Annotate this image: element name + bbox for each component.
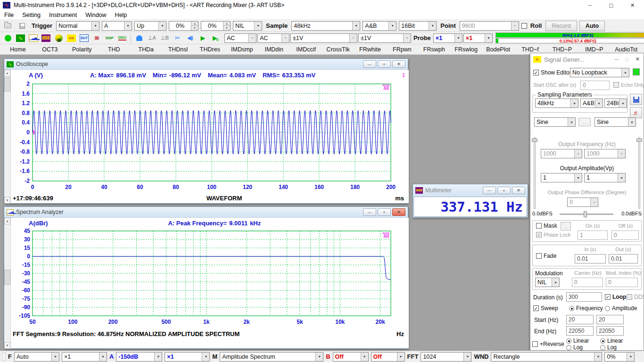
shortcut-item[interactable]: FRwhite [354, 46, 386, 53]
menu-item[interactable]: Instrument [45, 12, 81, 18]
save-signal-button[interactable] [630, 94, 642, 105]
maximize-icon[interactable] [601, 0, 622, 10]
scroll-up-icon[interactable] [4, 218, 10, 224]
trigger-level-spinner[interactable]: 0% [169, 21, 198, 31]
fft-size-select[interactable]: 1024 [421, 352, 471, 362]
menu-item[interactable]: Setting [18, 12, 45, 18]
shortcut-item[interactable]: THDa [130, 46, 162, 53]
auto-button[interactable]: Auto [579, 21, 605, 31]
balance-thumb[interactable] [584, 211, 587, 217]
roll-checkbox[interactable]: Roll [521, 22, 544, 29]
spectrum-analyzer-titlebar[interactable]: ▁▃▅▂ Spectrum Analyzer [4, 207, 408, 217]
loop-checkbox[interactable]: Loop [605, 294, 626, 300]
minimize-icon[interactable] [579, 0, 601, 10]
save-file-button[interactable] [16, 21, 28, 31]
menu-item[interactable]: Window [81, 12, 110, 18]
run-once-button[interactable]: ▶ [197, 33, 209, 43]
linear-a-radio[interactable]: Linear [566, 337, 589, 344]
sg-sampling-rate-select[interactable]: 48kHz [535, 99, 578, 108]
shortcut-item[interactable]: IMDdin [258, 46, 290, 53]
run-stop-button[interactable] [2, 33, 14, 43]
sg-sampling-channels-select[interactable]: A&B [580, 99, 603, 108]
shortcut-item[interactable]: THD~f [514, 46, 546, 53]
shortcut-item[interactable]: THDres [194, 46, 226, 53]
ddp-viewer-button[interactable]: DDP [104, 33, 116, 43]
scroll-thumb[interactable] [4, 270, 10, 285]
menu-item[interactable]: File [0, 12, 18, 18]
scroll-down-icon[interactable] [4, 197, 10, 204]
derived-data-point-button[interactable]: ≋ [91, 33, 103, 43]
show-editor-checkbox[interactable]: Show Editor [533, 69, 571, 76]
shortcut-item[interactable]: FRswlog [450, 46, 482, 53]
calibration-button[interactable]: ✂ [172, 33, 183, 43]
amplitude-b-select[interactable]: 1 [584, 173, 626, 182]
close-icon[interactable] [392, 60, 405, 68]
modulation-select[interactable]: NIL [535, 278, 560, 287]
amplitude-a-select[interactable]: 1 [541, 173, 582, 182]
b-display2-select[interactable]: Off [371, 352, 405, 362]
signal-generator-titlebar[interactable]: ≈ Signal Gener... [530, 53, 644, 66]
restore-icon[interactable] [378, 208, 391, 216]
spectrum-3d-plot-button[interactable] [53, 33, 65, 43]
trigger-mode-select[interactable]: Normal [56, 21, 99, 31]
freq-mult-select[interactable]: ×1 [62, 352, 107, 362]
close-icon[interactable] [512, 187, 525, 194]
log-a-radio[interactable]: Log [566, 344, 583, 351]
maximize-icon[interactable] [626, 56, 629, 63]
fade-checkbox[interactable]: Fade [536, 253, 556, 259]
shortcut-item[interactable]: Polarity [66, 46, 98, 53]
freq-axis-select[interactable]: Auto [14, 352, 59, 362]
sweep-amplitude-radio[interactable]: Amplitude [605, 305, 637, 312]
data-logger-button[interactable]: ≈≈ [66, 33, 77, 43]
spectrum-chart[interactable]: 501002005001k2k5k10k20k4530150-15-30-45-… [11, 228, 409, 329]
app-titlebar[interactable]: ∿ Multi-Instrument Pro 3.9.14.2 - [+3DP+… [0, 0, 644, 10]
ddc-button[interactable]: DDC [116, 33, 128, 43]
reverse-checkbox[interactable]: +Reverse [532, 341, 564, 347]
output-on-button[interactable] [633, 68, 640, 75]
scroll-down-icon[interactable] [4, 342, 10, 349]
window-function-select[interactable]: Rectangle [491, 352, 602, 362]
oscilloscope-titlebar[interactable]: ∿ Oscilloscope [4, 59, 408, 69]
close-icon[interactable] [392, 208, 405, 216]
scroll-thumb[interactable] [4, 77, 10, 91]
trigger-reject-select[interactable]: NIL [233, 21, 262, 31]
sg-sampling-bits-select[interactable]: 24Bit [604, 99, 627, 108]
sampling-rate-select[interactable]: 48kHz [291, 21, 360, 31]
end-a-input[interactable]: 22050 [566, 326, 594, 336]
shortcut-item[interactable]: FRpwn [386, 46, 418, 53]
shortcut-item[interactable]: THDnsl [162, 46, 194, 53]
sampling-bits-select[interactable]: 16Bit [399, 21, 437, 31]
slider-thumb-a[interactable] [532, 139, 537, 142]
restore-icon[interactable] [378, 60, 391, 68]
minimize-icon[interactable] [363, 60, 376, 68]
range-b-select[interactable]: ±1V [358, 33, 411, 43]
sampling-channels-select[interactable]: A&B [363, 21, 396, 31]
coupling-a-select[interactable]: AC [224, 33, 256, 43]
a-range-select[interactable]: -150dB [116, 352, 162, 362]
start-b-input[interactable]: 20 [596, 315, 624, 324]
device-test-plan-button[interactable]: DUT [78, 33, 90, 43]
shortcut-item[interactable]: IMDsmp [226, 46, 258, 53]
minimize-icon[interactable] [363, 208, 376, 216]
minimize-icon[interactable] [615, 56, 619, 63]
close-icon[interactable] [622, 0, 643, 10]
display-mode-select[interactable]: Amplitude Spectrum [220, 352, 323, 362]
sweep-checkbox[interactable]: Sweep [533, 305, 558, 312]
shortcut-item[interactable]: THD~P [546, 46, 578, 53]
trigger-edge-select[interactable]: Up [134, 21, 166, 31]
overlap-select[interactable]: 0% [604, 352, 635, 362]
run-loop-button[interactable]: ▶ [210, 33, 222, 43]
scroll-up-icon[interactable] [4, 70, 10, 76]
linear-b-radio[interactable]: Linear [600, 337, 623, 344]
shortcut-item[interactable]: THD [98, 46, 130, 53]
shortcut-item[interactable]: OCT3 [34, 46, 66, 53]
open-file-button[interactable] [2, 21, 14, 31]
b-display-select[interactable]: Off [333, 352, 369, 362]
loopback-select[interactable]: No Loopback [570, 68, 629, 77]
oscilloscope-chart[interactable]: 02040608010012014016018020021.61.20.80.4… [11, 80, 409, 193]
shortcut-item[interactable]: AudioTst [610, 46, 642, 53]
multimeter-titlebar[interactable]: 888 Multimeter [413, 184, 528, 196]
amplitude-b-slider[interactable] [638, 137, 640, 209]
multimeter-button[interactable]: 888 [40, 33, 52, 43]
trigger-source-select[interactable]: A [102, 21, 132, 31]
